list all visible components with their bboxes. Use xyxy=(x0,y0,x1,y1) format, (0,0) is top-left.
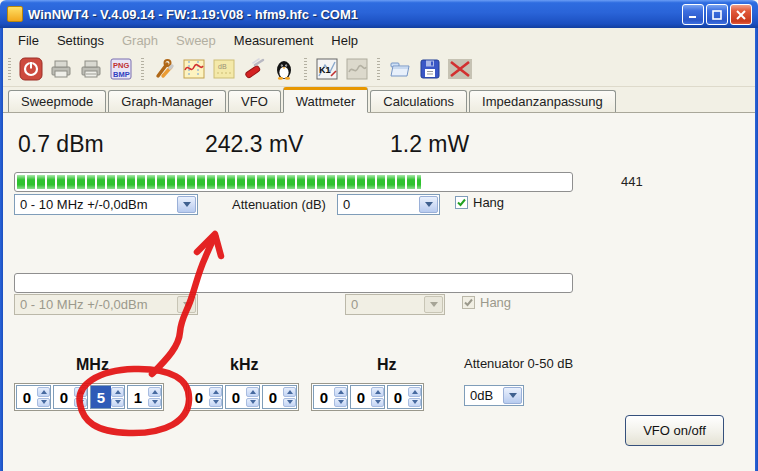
menu-bar: File Settings Graph Sweep Measurement He… xyxy=(3,28,755,52)
mhz-digit-spinner[interactable]: 1 xyxy=(127,385,162,409)
khz-digit-spinner[interactable]: 0 xyxy=(225,385,260,409)
digit-value[interactable]: 0 xyxy=(263,386,283,408)
hz-digit-spinner[interactable]: 0 xyxy=(313,385,348,409)
red-arrow-head xyxy=(197,234,221,256)
open-file-icon[interactable] xyxy=(386,55,414,83)
probe-range-select[interactable]: 0 - 10 MHz +/-0,0dBm xyxy=(14,194,198,215)
reading-millivolt: 242.3 mV xyxy=(205,131,303,158)
spin-down-button[interactable] xyxy=(37,398,50,408)
tab-calculations[interactable]: Calculations xyxy=(370,90,467,112)
spin-down-button[interactable] xyxy=(334,398,347,408)
attenuation-select-2: 0 xyxy=(345,294,445,315)
digit-value[interactable]: 5 xyxy=(91,386,111,408)
menu-settings[interactable]: Settings xyxy=(48,30,113,51)
svg-text:dB: dB xyxy=(218,63,227,70)
attenuator-value: 0dB xyxy=(465,388,502,403)
toolbar: PNGBMP dB K1 xyxy=(3,52,755,87)
chevron-down-icon xyxy=(177,296,196,313)
swiss-knife-icon[interactable] xyxy=(240,55,268,83)
spin-up-button[interactable] xyxy=(371,387,384,397)
digit-value[interactable]: 0 xyxy=(189,386,209,408)
mhz-digit-spinner-selected[interactable]: 5 xyxy=(90,385,125,409)
window-title: WinNWT4 - V.4.09.14 - FW:1.19:V08 - hfm9… xyxy=(28,7,358,22)
digit-value[interactable]: 0 xyxy=(314,386,334,408)
title-bar[interactable]: WinNWT4 - V.4.09.14 - FW:1.19:V08 - hfm9… xyxy=(0,0,758,28)
spin-up-button[interactable] xyxy=(37,387,50,397)
graph-settings-icon[interactable] xyxy=(180,55,208,83)
digit-value[interactable]: 0 xyxy=(388,386,408,408)
spin-down-button[interactable] xyxy=(371,398,384,408)
tab-wattmeter[interactable]: Wattmeter xyxy=(283,87,368,113)
spin-up-button[interactable] xyxy=(111,387,124,397)
hang-checkbox-2 xyxy=(462,296,475,309)
db-note-icon[interactable]: dB xyxy=(210,55,238,83)
hang-checkbox[interactable] xyxy=(455,196,468,209)
spin-up-button[interactable] xyxy=(246,387,259,397)
toolbar-handle[interactable] xyxy=(141,58,144,80)
tab-bar: Sweepmode Graph-Manager VFO Wattmeter Ca… xyxy=(3,87,755,113)
print-alt-icon xyxy=(77,55,105,83)
print-icon xyxy=(47,55,75,83)
tab-vfo[interactable]: VFO xyxy=(228,90,281,112)
spin-down-button[interactable] xyxy=(209,398,222,408)
tab-graph-manager[interactable]: Graph-Manager xyxy=(108,90,226,112)
save-file-icon[interactable] xyxy=(416,55,444,83)
hang-checkbox-row-2: Hang xyxy=(462,295,511,310)
khz-digit-spinner[interactable]: 0 xyxy=(262,385,297,409)
export-image-icon[interactable]: PNGBMP xyxy=(107,55,135,83)
attenuation-select[interactable]: 0 xyxy=(337,194,440,215)
mhz-digit-spinner[interactable]: 0 xyxy=(16,385,51,409)
vfo-toggle-button[interactable]: VFO on/off xyxy=(625,415,724,446)
close-button[interactable] xyxy=(730,4,752,25)
toolbar-handle[interactable] xyxy=(8,58,11,80)
digit-value[interactable]: 0 xyxy=(226,386,246,408)
delete-red-x-icon xyxy=(446,55,474,83)
spin-up-button[interactable] xyxy=(334,387,347,397)
spin-down-button[interactable] xyxy=(246,398,259,408)
minimize-button[interactable] xyxy=(682,4,704,25)
spin-down-button[interactable] xyxy=(74,398,87,408)
toolbar-handle[interactable] xyxy=(304,58,307,80)
tab-impedanzanpassung[interactable]: Impedanzanpassung xyxy=(469,90,616,112)
digit-value[interactable]: 0 xyxy=(351,386,371,408)
digit-value[interactable]: 0 xyxy=(17,386,37,408)
raw-adc-value: 441 xyxy=(621,174,643,189)
spin-up-button[interactable] xyxy=(74,387,87,397)
app-icon xyxy=(7,6,23,22)
k1-graph-icon[interactable]: K1 xyxy=(313,55,341,83)
reading-dbm: 0.7 dBm xyxy=(18,131,104,158)
menu-help[interactable]: Help xyxy=(322,30,367,51)
toolbar-handle[interactable] xyxy=(377,58,380,80)
digit-value[interactable]: 0 xyxy=(54,386,74,408)
spin-down-button[interactable] xyxy=(408,398,421,408)
tools-icon[interactable] xyxy=(150,55,178,83)
hz-digit-spinner[interactable]: 0 xyxy=(350,385,385,409)
spin-down-button[interactable] xyxy=(148,398,161,408)
power-meter-bar-2 xyxy=(14,273,573,293)
spin-down-button[interactable] xyxy=(283,398,296,408)
attenuation-value: 0 xyxy=(338,197,418,212)
hz-digit-spinner[interactable]: 0 xyxy=(387,385,422,409)
maximize-button[interactable] xyxy=(706,4,728,25)
khz-digit-spinner[interactable]: 0 xyxy=(188,385,223,409)
power-icon[interactable] xyxy=(17,55,45,83)
penguin-icon[interactable] xyxy=(270,55,298,83)
attenuation-label: Attenuation (dB) xyxy=(232,197,326,212)
probe-range-select-2: 0 - 10 MHz +/-0,0dBm xyxy=(14,294,198,315)
spin-up-button[interactable] xyxy=(408,387,421,397)
digit-value[interactable]: 1 xyxy=(128,386,148,408)
spin-up-button[interactable] xyxy=(283,387,296,397)
menu-file[interactable]: File xyxy=(9,30,48,51)
menu-measurement[interactable]: Measurement xyxy=(225,30,322,51)
chevron-down-icon[interactable] xyxy=(419,196,438,213)
spin-up-button[interactable] xyxy=(209,387,222,397)
khz-spinner-group: 0 0 0 xyxy=(186,383,299,411)
hang-checkbox-row: Hang xyxy=(455,195,504,210)
spin-down-button[interactable] xyxy=(111,398,124,408)
mhz-digit-spinner[interactable]: 0 xyxy=(53,385,88,409)
attenuator-select[interactable]: 0dB xyxy=(464,385,524,406)
spin-up-button[interactable] xyxy=(148,387,161,397)
tab-sweepmode[interactable]: Sweepmode xyxy=(8,90,106,112)
chevron-down-icon[interactable] xyxy=(503,387,522,404)
chevron-down-icon[interactable] xyxy=(177,196,196,213)
